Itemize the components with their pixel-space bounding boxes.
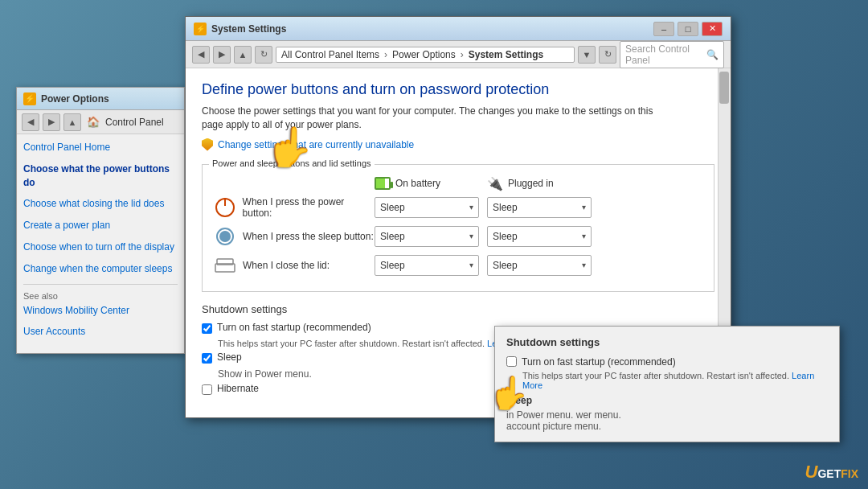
power-battery-dropdown[interactable]: Sleep ▾: [375, 197, 479, 218]
fast-startup-label: Turn on fast startup (recommended): [217, 322, 371, 333]
breadcrumb-system-settings: System Settings: [469, 49, 543, 60]
power-battery-value: Sleep: [380, 202, 405, 213]
close-button[interactable]: ✕: [702, 22, 723, 36]
power-plugged-value: Sleep: [493, 202, 518, 213]
sleep-button-label: When I press the sleep button:: [243, 231, 374, 242]
plugged-in-header: 🔌 Plugged in: [487, 176, 600, 191]
sidebar-back-button[interactable]: ◀: [22, 113, 39, 131]
minimize-button[interactable]: –: [653, 22, 674, 36]
scrollbar-thumb[interactable]: [719, 72, 729, 104]
popup-window: Shutdown settings Turn on fast startup (…: [494, 326, 840, 442]
lid-battery-value: Sleep: [380, 260, 405, 271]
sidebar-item-windows-mobility[interactable]: Windows Mobility Center: [23, 304, 178, 318]
sidebar-home-icon: 🏠: [84, 113, 102, 131]
lid-plugged-dropdown[interactable]: Sleep ▾: [487, 255, 592, 276]
sleep-button-row: When I press the sleep button: Sleep ▾ S…: [214, 225, 702, 248]
lid-plugged-value: Sleep: [493, 260, 518, 271]
hibernate-checkbox[interactable]: [202, 384, 212, 395]
page-title: Define power buttons and turn on passwor…: [202, 81, 714, 98]
main-window-title: System Settings: [211, 23, 286, 35]
main-titlebar-left: ⚡ System Settings: [194, 23, 286, 35]
sleep-plugged-value: Sleep: [493, 231, 518, 242]
sidebar-up-button[interactable]: ▲: [63, 113, 81, 131]
popup-fast-startup-label: Turn on fast startup (recommended): [522, 356, 676, 368]
power-button-row: When I press the power button: Sleep ▾ S…: [214, 196, 702, 219]
sidebar-title: Power Options: [41, 93, 109, 105]
sidebar-window-icon: ⚡: [23, 92, 36, 105]
power-battery-arrow: ▾: [469, 203, 473, 212]
lid-battery-arrow: ▾: [469, 261, 473, 269]
lid-battery-dropdown[interactable]: Sleep ▾: [375, 255, 479, 276]
close-lid-label-area: When I close the lid:: [214, 254, 375, 277]
battery-icon: [375, 177, 391, 190]
power-circle-icon: [215, 198, 235, 217]
sidebar-item-change-sleep[interactable]: Change when the computer sleeps: [23, 262, 178, 276]
sleep-battery-dropdown[interactable]: Sleep ▾: [375, 226, 479, 247]
sleep-plugged-arrow: ▾: [582, 232, 586, 240]
sidebar-item-choose-closing-lid[interactable]: Choose what closing the lid does: [23, 197, 178, 211]
lid-plugged-arrow: ▾: [582, 261, 586, 269]
close-lid-row: When I close the lid: Sleep ▾ Sleep ▾: [214, 254, 702, 277]
search-placeholder: Search Control Panel: [625, 43, 706, 66]
on-battery-header: On battery: [375, 177, 487, 190]
main-navbar: ◀ ▶ ▲ ↻ All Control Panel Items › Power …: [186, 41, 731, 68]
sidebar-titlebar: ⚡ Power Options: [17, 88, 184, 110]
sleep-battery-value: Sleep: [380, 231, 405, 242]
breadcrumb-sep1: ›: [384, 49, 387, 60]
fast-startup-checkbox[interactable]: [202, 323, 212, 334]
sidebar-window: ⚡ Power Options ◀ ▶ ▲ 🏠 Control Panel Co…: [16, 87, 185, 354]
main-window-icon: ⚡: [194, 23, 207, 35]
titlebar-controls: – □ ✕: [653, 22, 723, 36]
watermark-u: U: [805, 462, 818, 482]
watermark-fix: FIX: [841, 467, 858, 480]
main-forward-button[interactable]: ▶: [213, 46, 231, 64]
address-refresh-button[interactable]: ↻: [599, 46, 616, 64]
sleep-button-label-area: When I press the sleep button:: [214, 225, 375, 248]
sidebar-item-control-panel-home[interactable]: Control Panel Home: [23, 141, 178, 154]
watermark: UGETFIX: [805, 462, 858, 483]
popup-fast-startup-checkbox[interactable]: [506, 356, 517, 367]
sidebar-item-user-accounts[interactable]: User Accounts: [23, 325, 178, 339]
main-back-button[interactable]: ◀: [192, 46, 210, 64]
plug-icon: 🔌: [487, 176, 503, 191]
change-settings-label: Change settings that are currently unava…: [218, 139, 414, 150]
popup-show-in-menu-1: in Power menu. wer menu.: [506, 409, 828, 421]
sleep-checkbox[interactable]: [202, 353, 212, 364]
close-lid-icon: [214, 254, 236, 277]
sidebar-item-choose-power-buttons[interactable]: Choose what the power buttons do: [23, 162, 178, 190]
power-plugged-dropdown[interactable]: Sleep ▾: [487, 197, 592, 218]
main-up-button[interactable]: ▲: [234, 46, 252, 64]
popup-fast-startup-row: Turn on fast startup (recommended): [506, 356, 828, 368]
sidebar-content: Control Panel Home Choose what the power…: [17, 134, 184, 353]
sidebar-forward-button[interactable]: ▶: [43, 113, 60, 131]
plugged-in-label: Plugged in: [508, 178, 554, 189]
address-dropdown-button[interactable]: ▼: [578, 46, 596, 64]
power-button-icon: [214, 196, 236, 219]
breadcrumb-all-control-panel: All Control Panel Items: [281, 49, 379, 60]
power-plugged-arrow: ▾: [582, 203, 586, 212]
search-box[interactable]: Search Control Panel 🔍: [620, 41, 724, 68]
address-bar[interactable]: All Control Panel Items › Power Options …: [276, 47, 575, 63]
change-settings-link[interactable]: Change settings that are currently unava…: [202, 138, 714, 151]
sidebar-item-turn-off-display[interactable]: Choose when to turn off the display: [23, 240, 178, 254]
see-also-label: See also: [23, 291, 178, 301]
watermark-get: GET: [817, 467, 841, 480]
maximize-button[interactable]: □: [678, 22, 698, 36]
popup-title: Shutdown settings: [506, 336, 828, 348]
sleep-label: Sleep: [217, 351, 242, 363]
sidebar-breadcrumb: Control Panel: [105, 117, 164, 128]
search-icon: 🔍: [706, 49, 719, 60]
on-battery-label: On battery: [395, 178, 440, 189]
settings-header-row: On battery 🔌 Plugged in: [214, 176, 702, 191]
power-section: Power and sleep buttons and lid settings…: [202, 164, 714, 292]
hibernate-label: Hibernate: [217, 383, 259, 394]
shield-icon: [202, 138, 213, 151]
power-button-label: When I press the power button:: [243, 196, 375, 219]
breadcrumb-sep2: ›: [461, 49, 464, 60]
main-refresh-button[interactable]: ↻: [255, 46, 272, 64]
power-section-title: Power and sleep buttons and lid settings: [209, 158, 375, 168]
sidebar-item-create-power-plan[interactable]: Create a power plan: [23, 219, 178, 232]
sleep-plugged-dropdown[interactable]: Sleep ▾: [487, 226, 592, 247]
sleep-battery-arrow: ▾: [469, 232, 473, 240]
sleep-button-icon: [214, 225, 236, 248]
